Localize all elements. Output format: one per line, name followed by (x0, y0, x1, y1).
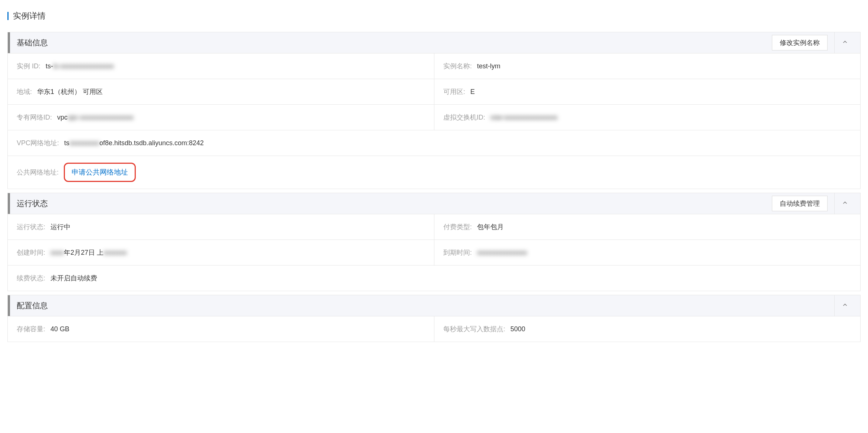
chevron-up-icon (842, 302, 848, 310)
row-region-zone: 地域: 华东1（杭州） 可用区 可用区: E (8, 79, 860, 104)
vpc-addr-label: VPC网络地址: (17, 139, 59, 147)
storage-value: 40 GB (50, 325, 69, 333)
cell-instance-id: 实例 ID: ts-ts-xxxxxxxxxxxxxxxx (8, 53, 434, 79)
instance-name-value: test-lym (477, 62, 500, 70)
storage-label: 存储容量: (17, 325, 45, 333)
wps-label: 每秒最大写入数据点: (443, 325, 505, 333)
run-status-value: 运行中 (50, 222, 70, 231)
panel-status-toggle[interactable] (834, 193, 855, 214)
cell-vpc-addr: VPC网络地址: tsxxxxxxxxxof8e.hitsdb.tsdb.ali… (8, 130, 860, 156)
cell-wps: 每秒最大写入数据点: 5000 (434, 316, 860, 342)
panel-config: 配置信息 存储容量: 40 GB 每秒最大写入数据点: 5000 (7, 295, 861, 342)
cell-public-addr: 公共网络地址: 申请公共网络地址 (8, 156, 860, 189)
panel-status: 运行状态 自动续费管理 运行状态: 运行中 付费类型: 包年包月 创建时间: x… (7, 193, 861, 291)
title-accent-bar (7, 12, 9, 20)
panel-basic-title: 基础信息 (17, 38, 48, 48)
region-label: 地域: (17, 87, 32, 96)
panel-basic-info: 基础信息 修改实例名称 实例 ID: ts-ts-xxxxxxxxxxxxxxx… (7, 32, 861, 189)
row-create-expire: 创建时间: xxxx年2月27日 上xxxxxxx 到期时间: xxxxxxxx… (8, 240, 860, 265)
create-time-label: 创建时间: (17, 248, 45, 257)
billing-value: 包年包月 (477, 222, 504, 231)
cell-run-status: 运行状态: 运行中 (8, 214, 434, 240)
vswitch-id-label: 虚拟交换机ID: (443, 113, 485, 122)
cell-billing: 付费类型: 包年包月 (434, 214, 860, 240)
row-status-billing: 运行状态: 运行中 付费类型: 包年包月 (8, 214, 860, 240)
row-public-addr: 公共网络地址: 申请公共网络地址 (8, 156, 860, 189)
page-title-text: 实例详情 (13, 10, 46, 22)
cell-expire-time: 到期时间: xxxxxxxxxxxxxxx (434, 240, 860, 265)
renew-label: 续费状态: (17, 274, 45, 283)
create-time-value: xxxx年2月27日 上xxxxxxx (50, 248, 127, 257)
chevron-up-icon (842, 199, 848, 208)
zone-label: 可用区: (443, 87, 465, 96)
panel-config-title: 配置信息 (17, 300, 48, 311)
cell-region: 地域: 华东1（杭州） 可用区 (8, 79, 434, 104)
region-value: 华东1（杭州） 可用区 (37, 87, 103, 96)
row-vpc-vswitch: 专有网络ID: vpcvpc-xxxxxxxxxxxxxxxx 虚拟交换机ID:… (8, 104, 860, 130)
auto-renew-manage-button[interactable]: 自动续费管理 (772, 196, 828, 211)
panel-basic-header: 基础信息 修改实例名称 (8, 32, 860, 53)
row-renew: 续费状态: 未开启自动续费 (8, 265, 860, 291)
vpc-id-label: 专有网络ID: (17, 113, 52, 122)
instance-name-label: 实例名称: (443, 62, 472, 71)
panel-config-toggle[interactable] (834, 295, 855, 316)
billing-label: 付费类型: (443, 222, 472, 231)
run-status-label: 运行状态: (17, 222, 45, 231)
public-addr-label: 公共网络地址: (17, 168, 59, 177)
apply-public-addr-highlight: 申请公共网络地址 (64, 163, 136, 182)
cell-renew: 续费状态: 未开启自动续费 (8, 266, 860, 291)
row-storage-wps: 存储容量: 40 GB 每秒最大写入数据点: 5000 (8, 316, 860, 342)
row-vpc-addr: VPC网络地址: tsxxxxxxxxxof8e.hitsdb.tsdb.ali… (8, 130, 860, 156)
row-instance-id-name: 实例 ID: ts-ts-xxxxxxxxxxxxxxxx 实例名称: test… (8, 53, 860, 79)
cell-instance-name: 实例名称: test-lym (434, 53, 860, 79)
cell-vswitch-id: 虚拟交换机ID: vsw-xxxxxxxxxxxxxxxx (434, 105, 860, 130)
renew-value: 未开启自动续费 (50, 274, 97, 283)
cell-create-time: 创建时间: xxxx年2月27日 上xxxxxxx (8, 240, 434, 265)
panel-status-title: 运行状态 (17, 198, 48, 209)
panel-config-header: 配置信息 (8, 295, 860, 316)
vswitch-id-value: vsw-xxxxxxxxxxxxxxxx (490, 114, 558, 121)
wps-value: 5000 (510, 325, 525, 333)
modify-instance-name-button[interactable]: 修改实例名称 (772, 35, 828, 51)
instance-id-value: ts-ts-xxxxxxxxxxxxxxxx (46, 62, 114, 70)
page-title: 实例详情 (0, 0, 868, 32)
expire-time-label: 到期时间: (443, 248, 472, 257)
cell-zone: 可用区: E (434, 79, 860, 104)
zone-value: E (470, 88, 475, 96)
vpc-id-value: vpcvpc-xxxxxxxxxxxxxxxx (57, 114, 134, 121)
vpc-addr-value: tsxxxxxxxxxof8e.hitsdb.tsdb.aliyuncs.com… (64, 139, 204, 147)
panel-basic-toggle[interactable] (834, 32, 855, 53)
cell-storage: 存储容量: 40 GB (8, 316, 434, 342)
apply-public-addr-link[interactable]: 申请公共网络地址 (69, 167, 130, 178)
instance-id-label: 实例 ID: (17, 62, 40, 71)
chevron-up-icon (842, 39, 848, 47)
panel-status-header: 运行状态 自动续费管理 (8, 193, 860, 214)
cell-vpc-id: 专有网络ID: vpcvpc-xxxxxxxxxxxxxxxx (8, 105, 434, 130)
expire-time-value: xxxxxxxxxxxxxxx (477, 249, 527, 257)
